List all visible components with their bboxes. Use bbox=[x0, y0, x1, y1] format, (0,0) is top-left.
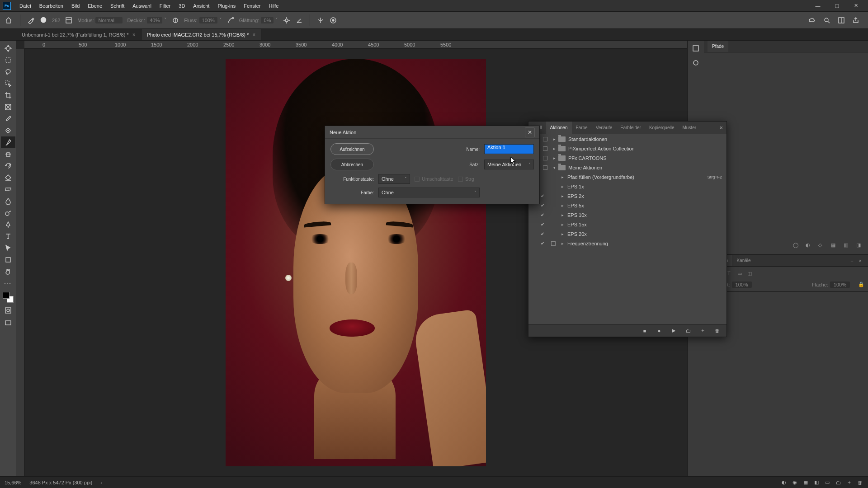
menu-window[interactable]: Fenster bbox=[240, 0, 264, 11]
brush-tool[interactable] bbox=[1, 136, 15, 148]
menu-type[interactable]: Schrift bbox=[106, 0, 128, 11]
action-item[interactable]: ✔EPS 15x bbox=[528, 220, 726, 229]
toggle-check-icon[interactable]: ✔ bbox=[537, 212, 548, 217]
footer-folder-icon[interactable]: 🗀 bbox=[835, 479, 842, 486]
search-icon[interactable] bbox=[823, 16, 831, 24]
menu-image[interactable]: Bild bbox=[67, 0, 84, 11]
menu-layer[interactable]: Ebene bbox=[84, 0, 106, 11]
edit-toolbar-button[interactable]: ••• bbox=[1, 277, 15, 289]
menu-help[interactable]: Hilfe bbox=[264, 0, 283, 11]
shape-tool[interactable] bbox=[1, 254, 15, 266]
menu-file[interactable]: Datei bbox=[15, 0, 35, 11]
foreground-color-swatch[interactable] bbox=[3, 292, 9, 299]
layer-fill-field[interactable]: Fläche: 100% bbox=[812, 282, 850, 288]
footer-add-icon[interactable]: ＋ bbox=[845, 479, 853, 486]
menu-edit[interactable]: Bearbeiten bbox=[35, 0, 67, 11]
brush-panel-toggle-icon[interactable] bbox=[65, 16, 73, 24]
menu-view[interactable]: Ansicht bbox=[189, 0, 213, 11]
paths-panel-body[interactable] bbox=[704, 52, 868, 237]
panel-tab-channels[interactable]: Kanäle bbox=[732, 255, 755, 266]
quick-mask-button[interactable] bbox=[3, 305, 13, 315]
footer-icon[interactable]: ◉ bbox=[791, 479, 798, 486]
action-color-select[interactable]: Ohne ˅ bbox=[378, 188, 480, 197]
marquee-tool[interactable] bbox=[1, 54, 15, 66]
home-icon[interactable] bbox=[4, 15, 14, 25]
expand-icon[interactable] bbox=[558, 232, 566, 236]
chevron-right-icon[interactable]: › bbox=[100, 480, 102, 485]
function-key-select[interactable]: Ohne˅ bbox=[378, 174, 410, 184]
action-item[interactable]: ✔EPS 20x bbox=[528, 229, 726, 239]
adjustment-icon[interactable]: ◐ bbox=[806, 242, 813, 249]
adjustment-icon[interactable]: ▦ bbox=[831, 242, 838, 249]
close-icon[interactable]: × bbox=[716, 124, 726, 131]
action-set[interactable]: ✔Meine Aktionen bbox=[528, 163, 726, 172]
action-set[interactable]: ✔Standardaktionen bbox=[528, 134, 726, 144]
action-item[interactable]: ✔EPS 2x bbox=[528, 191, 726, 201]
menu-plugins[interactable]: Plug-ins bbox=[213, 0, 240, 11]
toggle-dialog-icon[interactable] bbox=[548, 241, 558, 246]
footer-icon[interactable]: ◐ bbox=[780, 479, 788, 486]
expand-icon[interactable] bbox=[550, 156, 558, 160]
document-dimensions[interactable]: 3648 Px x 5472 Px (300 ppi) bbox=[29, 480, 92, 485]
angle-icon[interactable] bbox=[295, 16, 303, 24]
expand-icon[interactable] bbox=[558, 222, 566, 227]
action-set-select[interactable]: Meine Aktionen˅ bbox=[484, 160, 534, 169]
action-set[interactable]: ✔PiXimperfect Action Collection bbox=[528, 144, 726, 153]
hand-tool[interactable] bbox=[1, 266, 15, 277]
crop-tool[interactable] bbox=[1, 89, 15, 101]
horizontal-ruler[interactable]: 0 500 1000 1500 2000 2500 3000 3500 4000… bbox=[24, 41, 687, 49]
actions-list[interactable]: ✔Standardaktionen✔PiXimperfect Action Co… bbox=[528, 134, 726, 324]
filter-shape-icon[interactable]: ▭ bbox=[737, 271, 744, 277]
layers-list[interactable] bbox=[704, 292, 868, 476]
pressure-opacity-icon[interactable] bbox=[171, 16, 179, 24]
toggle-dialog-icon[interactable] bbox=[540, 156, 550, 160]
ctrl-checkbox[interactable]: Strg bbox=[458, 176, 474, 182]
gradient-tool[interactable] bbox=[1, 183, 15, 195]
expand-icon[interactable] bbox=[550, 137, 558, 141]
healing-brush-tool[interactable] bbox=[1, 125, 15, 136]
window-close-button[interactable]: ✕ bbox=[846, 0, 865, 11]
zoom-level[interactable]: 15,66% bbox=[5, 480, 21, 485]
menu-3d[interactable]: 3D bbox=[175, 0, 189, 11]
vertical-ruler[interactable] bbox=[16, 49, 24, 476]
action-name-input[interactable]: Aktion 1 bbox=[484, 144, 534, 154]
path-select-tool[interactable] bbox=[1, 242, 15, 254]
toggle-dialog-icon[interactable] bbox=[540, 137, 550, 141]
window-maximize-button[interactable]: ▢ bbox=[827, 0, 846, 11]
share-icon[interactable] bbox=[852, 16, 860, 24]
adjustment-icon[interactable]: ▥ bbox=[844, 242, 851, 249]
eraser-tool[interactable] bbox=[1, 172, 15, 183]
action-item[interactable]: EPS 1x bbox=[528, 182, 726, 191]
eyedropper-tool[interactable] bbox=[1, 113, 15, 125]
smoothing-options-icon[interactable] bbox=[283, 16, 291, 24]
dodge-tool[interactable] bbox=[1, 207, 15, 219]
footer-mask-icon[interactable]: ◧ bbox=[813, 479, 820, 486]
document-tab[interactable]: Unbenannt-1 bei 22,7% (Farbfüllung 1, RG… bbox=[16, 29, 142, 40]
cloud-docs-icon[interactable] bbox=[808, 16, 816, 24]
clone-stamp-tool[interactable] bbox=[1, 148, 15, 160]
airbrush-icon[interactable] bbox=[226, 16, 235, 24]
dialog-title-bar[interactable]: Neue Aktion ✕ bbox=[325, 126, 539, 139]
blur-tool[interactable] bbox=[1, 195, 15, 207]
panel-tab[interactable]: Kopierquelle bbox=[645, 122, 679, 134]
cancel-button[interactable]: Abbrechen bbox=[330, 159, 374, 170]
color-swatches[interactable] bbox=[3, 292, 14, 303]
expand-icon[interactable] bbox=[558, 213, 566, 217]
panel-tab-actions[interactable]: Aktionen bbox=[546, 122, 572, 134]
toggle-check-icon[interactable]: ✔ bbox=[537, 222, 548, 227]
record-icon[interactable]: ● bbox=[656, 328, 662, 334]
pressure-size-icon[interactable] bbox=[329, 16, 337, 24]
trash-icon[interactable]: 🗑 bbox=[714, 328, 720, 334]
filter-smart-icon[interactable]: ◫ bbox=[747, 271, 754, 277]
close-icon[interactable]: ✕ bbox=[525, 127, 535, 137]
toggle-check-icon[interactable]: ✔ bbox=[537, 231, 548, 236]
action-item[interactable]: ✔EPS 10x bbox=[528, 210, 726, 220]
type-tool[interactable] bbox=[1, 230, 15, 242]
pen-tool[interactable] bbox=[1, 219, 15, 230]
toggle-check-icon[interactable]: ✔ bbox=[537, 241, 548, 246]
screen-mode-button[interactable] bbox=[3, 318, 13, 328]
expand-icon[interactable] bbox=[558, 203, 566, 208]
toggle-dialog-icon[interactable] bbox=[540, 165, 550, 170]
opacity-field[interactable]: Deckkr.: 40%˅ bbox=[127, 17, 167, 23]
footer-new-layer-icon[interactable]: ▭ bbox=[824, 479, 831, 486]
